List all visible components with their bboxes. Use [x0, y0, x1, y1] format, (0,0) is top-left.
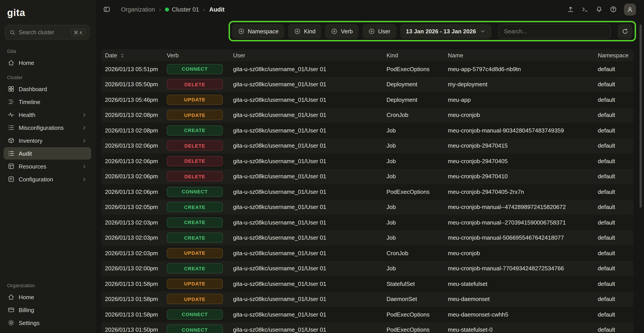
audit-table-row[interactable]: 2026/01/13 02:08pmCREATEgita-u-sz08kc/us… [102, 123, 633, 138]
audit-table-row[interactable]: 2026/01/13 02:05pmCREATEgita-u-sz08kc/us… [102, 200, 633, 215]
settings-icon [8, 319, 15, 326]
audit-table-row[interactable]: 2026/01/13 02:06pmDELETEgita-u-sz08kc/us… [102, 138, 633, 154]
cell-date: 2026/01/13 02:08pm [105, 112, 167, 118]
cell-date: 2026/01/13 01:50pm [105, 326, 167, 333]
sidebar-item-health[interactable]: Health [4, 108, 91, 121]
cell-date: 2026/01/13 01:58pm [105, 296, 167, 302]
cell-date: 2026/01/13 05:46pm [105, 96, 167, 103]
audit-table-row[interactable]: 2026/01/13 02:03pmCREATEgita-u-sz08kc/us… [102, 230, 633, 246]
breadcrumb-item-cluster[interactable]: Cluster 01 [165, 6, 199, 13]
cell-name: meu-cronjob [448, 112, 598, 118]
cell-kind: PodExecOptions [386, 311, 448, 318]
notifications-bell-icon[interactable] [596, 6, 603, 13]
sidebar-item-audit[interactable]: Audit [4, 147, 91, 160]
sidebar-item-configuration[interactable]: Configuration [4, 173, 91, 186]
share-icon[interactable] [567, 6, 574, 13]
search-icon [9, 29, 16, 35]
column-header-date[interactable]: Date [105, 52, 167, 59]
audit-table-row[interactable]: 2026/01/13 02:06pmCONNECTgita-u-sz08kc/u… [102, 184, 633, 200]
cell-verb: CONNECT [167, 187, 233, 197]
cell-kind: PodExecOptions [386, 326, 448, 333]
audit-table-row[interactable]: 2026/01/13 05:50pmDELETEgita-u-sz08kc/us… [102, 77, 633, 92]
sidebar-item-home[interactable]: Home [4, 291, 91, 303]
sidebar-item-dashboard[interactable]: Dashboard [4, 83, 91, 95]
cell-user: gita-u-sz08kc/username_01/User 01 [233, 173, 386, 180]
sort-icon [120, 53, 125, 58]
plus-circle-icon [368, 28, 375, 34]
cell-user: gita-u-sz08kc/username_01/User 01 [233, 112, 386, 118]
cell-name: meu-cronjob-29470415 [448, 142, 598, 149]
help-icon[interactable] [610, 6, 617, 13]
cell-kind: Deployment [386, 81, 448, 88]
sidebar-item-label: Home [19, 59, 34, 66]
sidebar-item-misconfigurations[interactable]: Misconfigurations [4, 121, 91, 134]
cell-user: gita-u-sz08kc/username_01/User 01 [233, 250, 386, 256]
chevron-right-icon [82, 112, 87, 118]
verb-badge: DELETE [167, 156, 223, 166]
verb-badge: CREATE [167, 218, 223, 228]
audit-table-row[interactable]: 2026/01/13 02:06pmDELETEgita-u-sz08kc/us… [102, 169, 633, 184]
home-icon [8, 59, 15, 66]
cell-date: 2026/01/13 05:50pm [105, 81, 167, 88]
user-avatar[interactable] [624, 3, 636, 15]
sidebar-item-label: Timeline [19, 98, 40, 105]
cell-kind: Job [386, 234, 448, 241]
audit-table-row[interactable]: 2026/01/13 01:58pmUPDATEgita-u-sz08kc/us… [102, 276, 633, 292]
filter-add-user-button[interactable]: User [362, 24, 396, 38]
cell-namespace: default [598, 188, 630, 195]
cell-verb: CONNECT [167, 325, 233, 333]
terminal-icon[interactable] [581, 6, 588, 13]
sidebar-item-timeline[interactable]: Timeline [4, 96, 91, 108]
sidebar-item-billing[interactable]: Billing [4, 304, 91, 316]
audit-table-row[interactable]: 2026/01/13 02:08pmUPDATEgita-u-sz08kc/us… [102, 107, 633, 123]
verb-badge: CREATE [167, 126, 223, 136]
cell-namespace: default [598, 158, 630, 164]
audit-table-row[interactable]: 2026/01/13 02:06pmDELETEgita-u-sz08kc/us… [102, 154, 633, 169]
sidebar-toggle-icon[interactable] [103, 6, 110, 13]
cell-user: gita-u-sz08kc/username_01/User 01 [233, 66, 386, 72]
breadcrumb-item-organization[interactable]: Organization [121, 6, 155, 13]
cell-date: 2026/01/13 05:51pm [105, 66, 167, 72]
sidebar-item-settings[interactable]: Settings [4, 316, 91, 329]
audit-table-row[interactable]: 2026/01/13 05:46pmUPDATEgita-u-sz08kc/us… [102, 92, 633, 107]
verb-badge: CONNECT [167, 310, 223, 320]
sidebar-item-home[interactable]: Home [4, 56, 91, 69]
user-icon [627, 6, 633, 13]
app-logo: gita [0, 4, 95, 25]
cell-user: gita-u-sz08kc/username_01/User 01 [233, 188, 386, 195]
cell-kind: StatefulSet [386, 280, 448, 287]
breadcrumb-separator: › [203, 6, 205, 13]
cell-user: gita-u-sz08kc/username_01/User 01 [233, 265, 386, 272]
sidebar-item-label: Audit [19, 150, 32, 157]
sidebar-item-label: Billing [19, 306, 34, 313]
audit-table-row[interactable]: 2026/01/13 01:58pmUPDATEgita-u-sz08kc/us… [102, 292, 633, 307]
filter-add-kind-button[interactable]: Kind [288, 24, 321, 38]
audit-table-row[interactable]: 2026/01/13 01:50pmCONNECTgita-u-sz08kc/u… [102, 322, 633, 333]
window-scrollbar[interactable] [640, 24, 642, 208]
cell-kind: CronJob [386, 112, 448, 118]
cell-user: gita-u-sz08kc/username_01/User 01 [233, 158, 386, 164]
filter-add-namespace-button[interactable]: Namespace [232, 24, 284, 38]
filter-add-verb-button[interactable]: Verb [325, 24, 359, 38]
cluster-search[interactable]: Search cluster ⌘ K [5, 25, 90, 40]
audit-table-row[interactable]: 2026/01/13 05:51pmCONNECTgita-u-sz08kc/u… [102, 61, 633, 77]
breadcrumb: Organization › Cluster 01 › Audit [121, 6, 224, 13]
cluster-status-dot [165, 7, 169, 11]
verb-badge: UPDATE [167, 279, 223, 289]
table-search-input[interactable] [498, 24, 611, 38]
audit-table-row[interactable]: 2026/01/13 02:00pmCREATEgita-u-sz08kc/us… [102, 261, 633, 276]
sidebar-item-resources[interactable]: Resources [4, 160, 91, 172]
audit-table-row[interactable]: 2026/01/13 01:58pmCONNECTgita-u-sz08kc/u… [102, 307, 633, 322]
audit-table-row[interactable]: 2026/01/13 02:03pmCREATEgita-u-sz08kc/us… [102, 215, 633, 230]
audit-table-row[interactable]: 2026/01/13 02:03pmUPDATEgita-u-sz08kc/us… [102, 246, 633, 261]
cell-namespace: default [598, 112, 630, 118]
date-range-button[interactable]: 13 Jan 2026 - 13 Jan 2026 [400, 24, 492, 38]
sidebar-item-inventory[interactable]: Inventory [4, 134, 91, 147]
cell-name: meu-cronjob [448, 250, 598, 256]
sidebar-item-label: Settings [19, 320, 40, 326]
filter-button-label: Kind [304, 28, 316, 34]
column-header-namespace: Namespace [598, 52, 630, 59]
cell-namespace: default [598, 311, 630, 318]
cell-namespace: default [598, 142, 630, 149]
refresh-button[interactable] [618, 24, 632, 38]
